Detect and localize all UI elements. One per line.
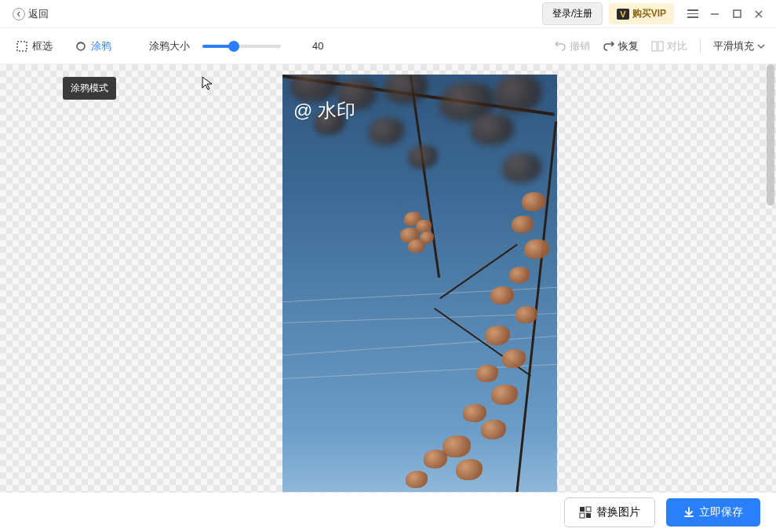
arrow-left-icon <box>13 8 25 20</box>
maximize-button[interactable] <box>726 3 748 25</box>
minimize-icon <box>710 9 720 19</box>
separator <box>700 39 701 53</box>
toolbar: 框选 涂鸦 涂鸦大小 40 撤销 恢复 对比 平滑填充 <box>0 28 776 64</box>
minimize-button[interactable] <box>704 3 726 25</box>
brush-size-label: 涂鸦大小 <box>149 39 190 53</box>
brush-size-slider-group: 40 <box>202 40 331 52</box>
scrollbar-thumb[interactable] <box>767 64 774 206</box>
replace-icon <box>579 506 592 519</box>
brush-size-slider[interactable] <box>202 45 281 48</box>
back-label: 返回 <box>28 7 49 21</box>
titlebar: 返回 登录/注册 V 购买VIP <box>0 0 776 28</box>
close-icon <box>754 9 763 19</box>
bottom-bar: 替换图片 立即保存 <box>0 493 776 532</box>
svg-rect-20 <box>586 513 591 518</box>
maximize-icon <box>733 9 741 18</box>
canvas-area[interactable]: @ 水印 1:1 <box>0 64 776 532</box>
brush-tool[interactable]: 涂鸦 <box>70 36 116 56</box>
brush-size-value: 40 <box>312 40 331 52</box>
undo-icon <box>554 41 567 52</box>
brush-mode-tooltip: 涂鸦模式 <box>63 77 116 100</box>
box-select-label: 框选 <box>32 39 53 53</box>
download-icon <box>683 507 694 518</box>
svg-rect-18 <box>586 507 591 512</box>
vertical-scrollbar[interactable] <box>766 64 775 493</box>
compare-label: 对比 <box>667 39 687 53</box>
svg-rect-5 <box>658 42 663 51</box>
svg-rect-1 <box>734 10 741 17</box>
redo-button[interactable]: 恢复 <box>603 39 639 53</box>
svg-rect-17 <box>580 507 585 512</box>
svg-rect-19 <box>580 513 585 518</box>
replace-label: 替换图片 <box>596 505 640 519</box>
undo-button[interactable]: 撤销 <box>554 39 590 53</box>
image-preview: @ 水印 <box>282 75 557 492</box>
box-select-tool[interactable]: 框选 <box>11 36 57 56</box>
hamburger-icon <box>687 9 698 18</box>
compare-icon <box>651 41 664 52</box>
watermark-text: @ 水印 <box>293 98 355 123</box>
slider-thumb[interactable] <box>228 41 239 52</box>
login-register-button[interactable]: 登录/注册 <box>542 2 603 25</box>
redo-icon <box>603 41 615 52</box>
back-button[interactable]: 返回 <box>6 4 55 24</box>
svg-rect-2 <box>17 42 27 51</box>
vip-icon: V <box>617 9 628 20</box>
svg-point-3 <box>77 42 85 50</box>
toolbar-right-group: 撤销 恢复 对比 平滑填充 <box>554 39 765 53</box>
redo-label: 恢复 <box>618 39 639 53</box>
brush-label: 涂鸦 <box>91 39 111 53</box>
fill-mode-label: 平滑填充 <box>713 39 754 53</box>
brush-icon <box>75 40 87 53</box>
save-label: 立即保存 <box>699 505 743 519</box>
fill-mode-dropdown[interactable]: 平滑填充 <box>713 39 765 53</box>
undo-label: 撤销 <box>570 39 590 53</box>
replace-image-button[interactable]: 替换图片 <box>564 497 655 527</box>
svg-rect-4 <box>652 42 657 51</box>
chevron-down-icon <box>757 43 765 49</box>
compare-button[interactable]: 对比 <box>651 39 687 53</box>
save-button[interactable]: 立即保存 <box>666 498 760 527</box>
menu-button[interactable] <box>682 3 704 25</box>
close-button[interactable] <box>748 3 770 25</box>
buy-vip-button[interactable]: V 购买VIP <box>609 3 674 24</box>
box-select-icon <box>16 40 28 53</box>
vip-label: 购买VIP <box>632 7 666 20</box>
